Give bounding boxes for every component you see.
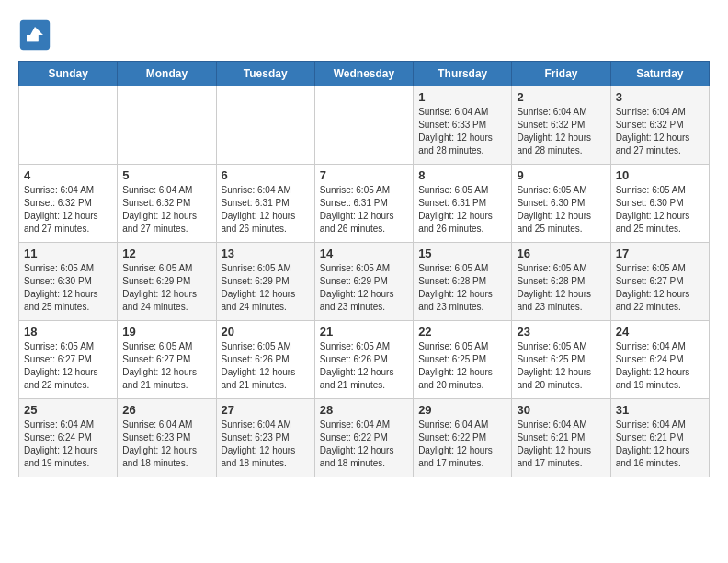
day-number: 19 (122, 325, 210, 339)
calendar-cell: 19Sunrise: 6:05 AM Sunset: 6:27 PM Dayli… (118, 321, 216, 399)
day-number: 16 (517, 247, 605, 260)
calendar-cell: 27Sunrise: 6:04 AM Sunset: 6:23 PM Dayli… (216, 399, 314, 477)
day-info: Sunrise: 6:04 AM Sunset: 6:32 PM Dayligh… (517, 106, 605, 157)
day-number: 26 (122, 403, 210, 417)
calendar-cell (19, 86, 118, 165)
calendar-cell: 17Sunrise: 6:05 AM Sunset: 6:27 PM Dayli… (610, 243, 709, 321)
day-number: 23 (517, 325, 605, 339)
day-info: Sunrise: 6:05 AM Sunset: 6:25 PM Dayligh… (418, 340, 506, 392)
calendar-cell: 12Sunrise: 6:05 AM Sunset: 6:29 PM Dayli… (118, 243, 216, 321)
calendar-cell: 29Sunrise: 6:04 AM Sunset: 6:22 PM Dayli… (414, 399, 512, 477)
calendar-cell: 11Sunrise: 6:05 AM Sunset: 6:30 PM Dayli… (19, 243, 118, 321)
page-header (18, 18, 710, 52)
day-number: 29 (418, 403, 506, 417)
calendar-cell: 16Sunrise: 6:05 AM Sunset: 6:28 PM Dayli… (512, 243, 610, 321)
column-header-thursday: Thursday (414, 62, 512, 86)
day-info: Sunrise: 6:05 AM Sunset: 6:29 PM Dayligh… (222, 262, 310, 314)
calendar-cell (314, 86, 413, 165)
calendar-cell: 23Sunrise: 6:05 AM Sunset: 6:25 PM Dayli… (512, 321, 610, 399)
column-header-saturday: Saturday (610, 62, 709, 86)
day-info: Sunrise: 6:05 AM Sunset: 6:28 PM Dayligh… (418, 262, 506, 314)
day-number: 24 (616, 325, 704, 339)
calendar-cell: 25Sunrise: 6:04 AM Sunset: 6:24 PM Dayli… (19, 399, 118, 477)
day-info: Sunrise: 6:04 AM Sunset: 6:33 PM Dayligh… (418, 106, 506, 157)
day-info: Sunrise: 6:04 AM Sunset: 6:31 PM Dayligh… (222, 184, 310, 236)
calendar-cell: 9Sunrise: 6:05 AM Sunset: 6:30 PM Daylig… (512, 165, 610, 243)
day-number: 14 (320, 247, 408, 260)
calendar-cell (118, 86, 216, 165)
calendar-cell: 10Sunrise: 6:05 AM Sunset: 6:30 PM Dayli… (610, 165, 709, 243)
day-info: Sunrise: 6:05 AM Sunset: 6:26 PM Dayligh… (320, 340, 408, 392)
week-row: 4Sunrise: 6:04 AM Sunset: 6:32 PM Daylig… (19, 165, 710, 243)
calendar-cell: 31Sunrise: 6:04 AM Sunset: 6:21 PM Dayli… (610, 399, 709, 477)
day-info: Sunrise: 6:04 AM Sunset: 6:22 PM Dayligh… (320, 419, 408, 470)
day-info: Sunrise: 6:04 AM Sunset: 6:21 PM Dayligh… (616, 419, 704, 470)
day-number: 27 (222, 403, 310, 417)
calendar-cell: 26Sunrise: 6:04 AM Sunset: 6:23 PM Dayli… (118, 399, 216, 477)
calendar-cell: 4Sunrise: 6:04 AM Sunset: 6:32 PM Daylig… (19, 165, 118, 243)
calendar-cell: 18Sunrise: 6:05 AM Sunset: 6:27 PM Dayli… (19, 321, 118, 399)
day-info: Sunrise: 6:05 AM Sunset: 6:31 PM Dayligh… (418, 184, 506, 236)
day-info: Sunrise: 6:04 AM Sunset: 6:24 PM Dayligh… (616, 340, 704, 392)
day-info: Sunrise: 6:05 AM Sunset: 6:28 PM Dayligh… (517, 262, 605, 314)
day-info: Sunrise: 6:05 AM Sunset: 6:29 PM Dayligh… (320, 262, 408, 314)
calendar-cell: 8Sunrise: 6:05 AM Sunset: 6:31 PM Daylig… (414, 165, 512, 243)
calendar-table: SundayMondayTuesdayWednesdayThursdayFrid… (18, 61, 710, 477)
day-number: 21 (320, 325, 408, 339)
calendar-cell: 7Sunrise: 6:05 AM Sunset: 6:31 PM Daylig… (314, 165, 413, 243)
day-number: 30 (517, 403, 605, 417)
day-info: Sunrise: 6:05 AM Sunset: 6:26 PM Dayligh… (222, 340, 310, 392)
day-number: 13 (222, 247, 310, 260)
day-info: Sunrise: 6:05 AM Sunset: 6:29 PM Dayligh… (122, 262, 210, 314)
day-info: Sunrise: 6:04 AM Sunset: 6:23 PM Dayligh… (122, 419, 210, 470)
day-info: Sunrise: 6:04 AM Sunset: 6:32 PM Dayligh… (24, 184, 112, 236)
day-number: 28 (320, 403, 408, 417)
day-info: Sunrise: 6:05 AM Sunset: 6:30 PM Dayligh… (24, 262, 112, 314)
day-info: Sunrise: 6:05 AM Sunset: 6:25 PM Dayligh… (517, 340, 605, 392)
day-number: 4 (24, 168, 112, 182)
day-info: Sunrise: 6:04 AM Sunset: 6:32 PM Dayligh… (616, 106, 704, 157)
calendar-cell: 6Sunrise: 6:04 AM Sunset: 6:31 PM Daylig… (216, 165, 314, 243)
calendar-cell: 28Sunrise: 6:04 AM Sunset: 6:22 PM Dayli… (314, 399, 413, 477)
day-number: 11 (24, 247, 112, 260)
day-number: 10 (616, 168, 704, 182)
day-number: 6 (222, 168, 310, 182)
day-number: 8 (418, 168, 506, 182)
day-info: Sunrise: 6:05 AM Sunset: 6:27 PM Dayligh… (122, 340, 210, 392)
day-number: 22 (418, 325, 506, 339)
column-header-friday: Friday (512, 62, 610, 86)
day-info: Sunrise: 6:04 AM Sunset: 6:23 PM Dayligh… (222, 419, 310, 470)
day-number: 9 (517, 168, 605, 182)
day-info: Sunrise: 6:05 AM Sunset: 6:30 PM Dayligh… (517, 184, 605, 236)
svg-rect-2 (27, 35, 39, 41)
day-number: 5 (122, 168, 210, 182)
column-header-sunday: Sunday (19, 62, 118, 86)
day-number: 12 (122, 247, 210, 260)
logo (18, 18, 57, 52)
calendar-cell: 3Sunrise: 6:04 AM Sunset: 6:32 PM Daylig… (610, 86, 709, 165)
week-row: 18Sunrise: 6:05 AM Sunset: 6:27 PM Dayli… (19, 321, 710, 399)
day-info: Sunrise: 6:05 AM Sunset: 6:27 PM Dayligh… (24, 340, 112, 392)
week-row: 1Sunrise: 6:04 AM Sunset: 6:33 PM Daylig… (19, 86, 710, 165)
day-number: 31 (616, 403, 704, 417)
calendar-cell: 22Sunrise: 6:05 AM Sunset: 6:25 PM Dayli… (414, 321, 512, 399)
calendar-cell: 24Sunrise: 6:04 AM Sunset: 6:24 PM Dayli… (610, 321, 709, 399)
day-info: Sunrise: 6:04 AM Sunset: 6:21 PM Dayligh… (517, 419, 605, 470)
column-header-tuesday: Tuesday (216, 62, 314, 86)
week-row: 25Sunrise: 6:04 AM Sunset: 6:24 PM Dayli… (19, 399, 710, 477)
calendar-cell: 30Sunrise: 6:04 AM Sunset: 6:21 PM Dayli… (512, 399, 610, 477)
column-header-monday: Monday (118, 62, 216, 86)
calendar-cell: 1Sunrise: 6:04 AM Sunset: 6:33 PM Daylig… (414, 86, 512, 165)
day-info: Sunrise: 6:05 AM Sunset: 6:27 PM Dayligh… (616, 262, 704, 314)
day-info: Sunrise: 6:05 AM Sunset: 6:30 PM Dayligh… (616, 184, 704, 236)
calendar-cell: 20Sunrise: 6:05 AM Sunset: 6:26 PM Dayli… (216, 321, 314, 399)
column-header-wednesday: Wednesday (314, 62, 413, 86)
header-row: SundayMondayTuesdayWednesdayThursdayFrid… (19, 62, 710, 86)
day-number: 17 (616, 247, 704, 260)
calendar-cell: 5Sunrise: 6:04 AM Sunset: 6:32 PM Daylig… (118, 165, 216, 243)
day-number: 15 (418, 247, 506, 260)
calendar-cell: 15Sunrise: 6:05 AM Sunset: 6:28 PM Dayli… (414, 243, 512, 321)
day-number: 1 (418, 90, 506, 104)
calendar-cell (216, 86, 314, 165)
calendar-cell: 13Sunrise: 6:05 AM Sunset: 6:29 PM Dayli… (216, 243, 314, 321)
